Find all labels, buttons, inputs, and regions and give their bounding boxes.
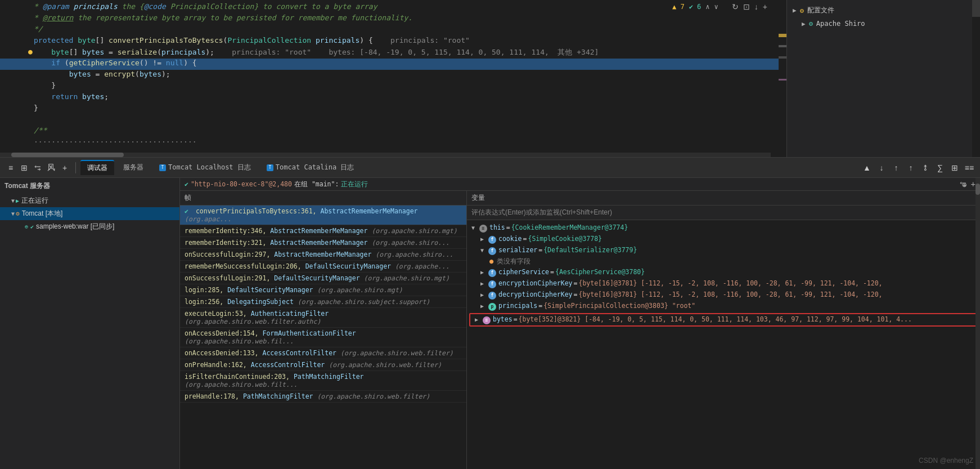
var-serializer[interactable]: ▼ f serializer = {DefaultSerializer@3779… <box>476 245 980 256</box>
refresh-btn[interactable]: ↻ <box>732 2 739 11</box>
frame-item-6[interactable]: login:285, DefaultSecurityManager (org.a… <box>180 284 466 296</box>
expand-tomcat-icon: ▼ <box>11 211 15 217</box>
var-cipher-val: {AesCipherService@3780} <box>555 268 645 276</box>
step-over-btn[interactable]: ≡ <box>5 162 17 174</box>
tab-debugger[interactable]: 调试器 <box>80 160 114 175</box>
tab-tomcat-localhost[interactable]: T Tomcat Localhost 日志 <box>152 160 258 175</box>
var-bytes[interactable]: ▶ ≡ bytes = {byte[352]@3821} [-84, -19, … <box>469 313 978 327</box>
shiro-icon: ⚙ <box>809 20 813 28</box>
down-btn[interactable]: ∨ <box>714 3 718 11</box>
frame-item-10[interactable]: onAccessDenied:133, AccessControlFilter … <box>180 347 466 359</box>
code-minimap <box>779 0 786 157</box>
step-into-btn[interactable]: ⊞ <box>18 162 30 174</box>
code-line-comment-3: */ <box>0 25 779 36</box>
eval-bar[interactable]: 评估表达式(Enter)或添加监视(Ctrl+Shift+Enter) <box>467 206 980 220</box>
expand-bytes-icon: ▶ <box>475 316 480 323</box>
tab-tomcat-catalina[interactable]: T Tomcat Catalina 日志 <box>260 160 361 175</box>
frame-item-7[interactable]: login:256, DelegatingSubject (org.apache… <box>180 296 466 308</box>
bottom-area: Tomcat 服务器 ▼ ▶ 正在运行 ▼ ⚙ Tomcat [本地] ⊕ ✔ … <box>0 178 980 469</box>
no-fields-label: 类没有字段 <box>497 257 531 266</box>
add-btn[interactable]: + <box>763 2 767 11</box>
table-view-btn[interactable]: ⊞ <box>948 162 961 174</box>
apache-shiro-item[interactable]: ▶ ⚙ Apache Shiro <box>787 17 972 30</box>
var-cookie-val: {SimpleCookie@3778} <box>528 235 602 243</box>
var-principals[interactable]: ▶ p principals = {SimplePrincipalCollect… <box>476 301 980 312</box>
step-down-btn[interactable]: ↓ <box>875 162 888 174</box>
thread-name: "http-nio-80-exec-8"@2,480 <box>191 180 292 188</box>
add-frame-icon[interactable]: + <box>971 180 975 189</box>
wind-btn[interactable]: 风 <box>45 162 57 174</box>
toolbar-separator <box>75 162 76 173</box>
webapp-label: samples-web:war [已同步] <box>36 222 114 231</box>
thread-group: 在组 "main": <box>294 180 339 189</box>
step-over-2-btn[interactable]: ↑ <box>905 162 917 174</box>
warning-count: ▲ 7 <box>672 3 685 11</box>
var-principals-val: {SimplePrincipalCollection@3803} "root" <box>543 302 695 310</box>
check-icon: ✔ <box>185 180 188 188</box>
force-step-btn[interactable]: ⥉ <box>919 162 932 174</box>
save-layout-btn[interactable]: ⊡ <box>743 2 750 11</box>
frame-item-12[interactable]: isFilterChainContinued:203, PathMatching… <box>180 371 466 391</box>
frame-item-3[interactable]: onSuccessfulLogin:297, AbstractRememberM… <box>180 249 466 261</box>
up-btn[interactable]: ∧ <box>705 3 709 11</box>
plus-toolbar-btn[interactable]: + <box>59 162 71 174</box>
var-bytes-val: {byte[352]@3821} [-84, -19, 0, 5, 115, 1… <box>519 315 912 323</box>
var-serializer-val: {DefaultSerializer@3779} <box>543 246 637 254</box>
frame-item-4[interactable]: rememberMeSuccessfulLogin:206, DefaultSe… <box>180 261 466 273</box>
var-this[interactable]: ▼ ≡ this = {CookieRememberMeManager@3774… <box>467 222 980 234</box>
running-triangle-icon: ▶ <box>16 198 19 204</box>
config-file-item[interactable]: ▶ ⚙ 配置文件 <box>787 3 972 17</box>
expand-running-icon: ▼ <box>11 198 15 204</box>
download-btn[interactable]: ↓ <box>754 2 758 11</box>
tomcat-item[interactable]: ▼ ⚙ Tomcat [本地] <box>0 207 179 220</box>
code-line-return: return bytes; <box>0 92 779 104</box>
code-line-serialize: ● byte[] bytes = serialize(principals); … <box>0 47 779 59</box>
server-panel: Tomcat 服务器 ▼ ▶ 正在运行 ▼ ⚙ Tomcat [本地] ⊕ ✔ … <box>0 178 180 469</box>
warning-bar: ▲ 7 ✔ 6 ∧ ∨ ↻ ⊡ ↓ + <box>672 2 767 11</box>
frame-item-13[interactable]: preHandle:178, PathMatchingFilter (org.a… <box>180 391 466 403</box>
var-enc-key-name: encryptionCipherKey <box>498 279 573 287</box>
expand-corner-btn[interactable]: ⊕ <box>957 178 971 191</box>
running-item[interactable]: ▼ ▶ 正在运行 <box>0 194 179 207</box>
code-line-comment-1: * @param principals the {@code Principal… <box>0 2 779 14</box>
thread-bar: ✔ "http-nio-80-exec-8"@2,480 在组 "main": … <box>180 178 980 191</box>
webapp-item[interactable]: ⊕ ✔ samples-web:war [已同步] <box>0 220 179 233</box>
step-up-btn[interactable]: ↑ <box>890 162 902 174</box>
var-cookie-name: cookie <box>498 235 522 243</box>
frame-item-9[interactable]: onAccessDenied:154, FormAuthenticationFi… <box>180 328 466 347</box>
frames-scrollbar[interactable] <box>975 178 980 469</box>
code-line-empty <box>0 115 779 126</box>
code-line-method-sig: protected byte[] convertPrincipalsToByte… <box>0 36 779 47</box>
var-enc-key[interactable]: ▶ f encryptionCipherKey = {byte[16]@3781… <box>476 278 980 289</box>
frame-item-8[interactable]: executeLogin:53, AuthenticatingFilter (o… <box>180 308 466 328</box>
frame-item-0[interactable]: ✔ convertPrincipalsToBytescs:361, Abstra… <box>180 206 466 225</box>
var-dec-key[interactable]: ▶ f decryptionCipherKey = {byte[16]@3781… <box>476 289 980 301</box>
var-cipher[interactable]: ▶ f cipherService = {AesCipherService@37… <box>476 267 980 278</box>
var-tree: ▼ ≡ this = {CookieRememberMeManager@3774… <box>467 220 980 469</box>
var-cipher-name: cipherService <box>498 268 549 276</box>
expand-dec-key-icon: ▶ <box>480 292 486 298</box>
expand-cookie-icon: ▶ <box>480 236 486 242</box>
settings-view-btn[interactable]: ≡≡ <box>963 162 975 174</box>
webapp-icon: ⊕ <box>25 224 28 230</box>
var-serializer-name: serializer <box>498 246 537 254</box>
code-editor: ▲ 7 ✔ 6 ∧ ∨ ↻ ⊡ ↓ + * @param principals … <box>0 0 779 157</box>
code-line-comment-2: * @return the representative byte array … <box>0 14 779 25</box>
expand-enc-key-icon: ▶ <box>480 280 486 287</box>
code-horizontal-scrollbar[interactable] <box>0 153 771 157</box>
frame-item-2[interactable]: rememberIdentity:321, AbstractRememberMe… <box>180 237 466 249</box>
eval-btn[interactable]: ∑ <box>934 162 946 174</box>
apache-shiro-label: Apache Shiro <box>816 20 865 28</box>
code-line-close-if: } <box>0 81 779 92</box>
var-cookie[interactable]: ▶ f cookie = {SimpleCookie@3778} <box>476 234 980 245</box>
filter-btn[interactable]: ⥃ <box>32 162 44 174</box>
tab-server[interactable]: 服务器 <box>116 160 150 175</box>
frame-item-1[interactable]: rememberIdentity:346, AbstractRememberMe… <box>180 225 466 237</box>
frame-item-5[interactable]: onSuccessfulLogin:291, DefaultSecurityMa… <box>180 273 466 284</box>
frame-item-11[interactable]: onPreHandle:162, AccessControlFilter (or… <box>180 359 466 371</box>
frames-panel: 帧 ✔ convertPrincipalsToBytescs:361, Abst… <box>180 191 467 469</box>
var-enc-key-val: {byte[16]@3781} [-112, -15, -2, 108, -11… <box>579 279 883 287</box>
code-line-javadoc-start: /** <box>0 126 779 137</box>
frames-vars-row: 帧 ✔ convertPrincipalsToBytescs:361, Abst… <box>180 191 980 469</box>
resume-btn[interactable]: ▲ <box>861 162 873 174</box>
